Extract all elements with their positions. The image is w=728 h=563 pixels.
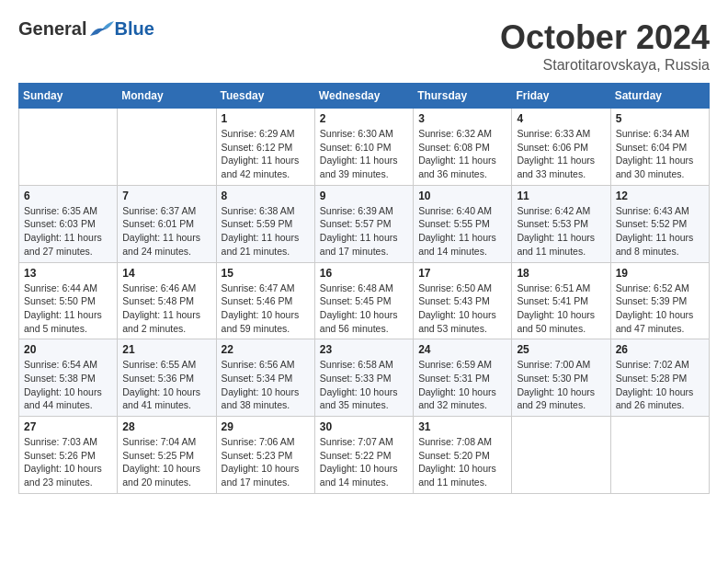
day-number: 12 [616,190,704,202]
logo: General Blue [18,18,154,40]
calendar-day-cell: 4Sunrise: 6:33 AMSunset: 6:06 PMDaylight… [512,109,610,186]
day-number: 24 [418,343,506,356]
calendar-day-header: Saturday [610,84,709,109]
day-info: Sunrise: 6:33 AMSunset: 6:06 PMDaylight:… [517,127,605,181]
day-info: Sunrise: 6:40 AMSunset: 5:55 PMDaylight:… [418,204,506,259]
calendar-day-cell: 30Sunrise: 7:07 AMSunset: 5:22 PMDayligh… [314,417,413,494]
calendar-day-cell: 12Sunrise: 6:43 AMSunset: 5:52 PMDayligh… [610,185,709,262]
calendar-day-cell [512,417,610,494]
calendar-day-cell: 21Sunrise: 6:55 AMSunset: 5:36 PMDayligh… [118,339,216,417]
day-number: 25 [517,343,605,356]
day-info: Sunrise: 6:51 AMSunset: 5:41 PMDaylight:… [517,282,605,336]
title-section: October 2024 Starotitarovskaya, Russia [500,18,710,74]
day-info: Sunrise: 6:55 AMSunset: 5:36 PMDaylight:… [122,358,210,412]
calendar-day-cell: 26Sunrise: 7:02 AMSunset: 5:28 PMDayligh… [610,339,709,417]
calendar-header-row: SundayMondayTuesdayWednesdayThursdayFrid… [19,84,710,109]
calendar-day-cell: 6Sunrise: 6:35 AMSunset: 6:03 PMDaylight… [19,185,118,262]
day-number: 26 [616,343,704,356]
calendar-day-cell: 10Sunrise: 6:40 AMSunset: 5:55 PMDayligh… [414,185,512,262]
day-info: Sunrise: 6:38 AMSunset: 5:59 PMDaylight:… [222,204,310,259]
page-header: General Blue October 2024 Starotitarovsk… [18,18,710,74]
calendar-day-cell: 1Sunrise: 6:29 AMSunset: 6:12 PMDaylight… [216,109,314,186]
calendar-day-cell [118,109,216,186]
day-number: 18 [517,267,605,280]
calendar-week-row: 27Sunrise: 7:03 AMSunset: 5:26 PMDayligh… [19,417,710,494]
day-info: Sunrise: 6:46 AMSunset: 5:48 PMDaylight:… [122,282,210,336]
calendar-day-cell: 29Sunrise: 7:06 AMSunset: 5:23 PMDayligh… [216,417,314,494]
day-number: 7 [122,190,210,202]
day-info: Sunrise: 6:54 AMSunset: 5:38 PMDaylight:… [24,358,112,412]
day-info: Sunrise: 6:50 AMSunset: 5:43 PMDaylight:… [418,282,506,336]
day-number: 2 [320,112,408,125]
day-number: 9 [320,190,408,202]
day-number: 8 [222,190,310,202]
day-info: Sunrise: 6:59 AMSunset: 5:31 PMDaylight:… [418,358,506,412]
calendar-day-cell: 3Sunrise: 6:32 AMSunset: 6:08 PMDaylight… [414,109,512,186]
day-info: Sunrise: 6:42 AMSunset: 5:53 PMDaylight:… [517,204,605,259]
day-number: 22 [222,343,310,356]
day-info: Sunrise: 6:44 AMSunset: 5:50 PMDaylight:… [24,282,112,336]
calendar-day-header: Friday [512,84,610,109]
day-number: 15 [222,267,310,280]
day-info: Sunrise: 6:29 AMSunset: 6:12 PMDaylight:… [222,127,310,181]
day-number: 11 [517,190,605,202]
day-info: Sunrise: 7:00 AMSunset: 5:30 PMDaylight:… [517,358,605,412]
day-number: 31 [418,420,506,433]
calendar-day-header: Sunday [19,84,118,109]
day-info: Sunrise: 7:06 AMSunset: 5:23 PMDaylight:… [222,435,310,489]
day-info: Sunrise: 6:39 AMSunset: 5:57 PMDaylight:… [320,204,408,259]
day-info: Sunrise: 6:58 AMSunset: 5:33 PMDaylight:… [320,358,408,412]
day-info: Sunrise: 6:43 AMSunset: 5:52 PMDaylight:… [616,204,704,259]
day-number: 5 [616,112,704,125]
calendar-week-row: 6Sunrise: 6:35 AMSunset: 6:03 PMDaylight… [19,185,710,262]
day-number: 28 [122,420,210,433]
calendar-day-cell: 27Sunrise: 7:03 AMSunset: 5:26 PMDayligh… [19,417,118,494]
location-text: Starotitarovskaya, Russia [500,57,710,74]
day-number: 20 [24,343,112,356]
logo-general-text: General [18,18,86,40]
calendar-day-cell: 28Sunrise: 7:04 AMSunset: 5:25 PMDayligh… [118,417,216,494]
day-number: 19 [616,267,704,280]
calendar-day-cell: 16Sunrise: 6:48 AMSunset: 5:45 PMDayligh… [314,262,413,339]
calendar-day-cell: 24Sunrise: 6:59 AMSunset: 5:31 PMDayligh… [414,339,512,417]
day-info: Sunrise: 6:34 AMSunset: 6:04 PMDaylight:… [616,127,704,181]
calendar-day-cell: 8Sunrise: 6:38 AMSunset: 5:59 PMDaylight… [216,185,314,262]
day-info: Sunrise: 7:07 AMSunset: 5:22 PMDaylight:… [320,435,408,489]
day-number: 16 [320,267,408,280]
calendar-day-cell: 11Sunrise: 6:42 AMSunset: 5:53 PMDayligh… [512,185,610,262]
day-number: 30 [320,420,408,433]
calendar-table: SundayMondayTuesdayWednesdayThursdayFrid… [18,83,710,494]
day-info: Sunrise: 6:56 AMSunset: 5:34 PMDaylight:… [222,358,310,412]
calendar-day-cell [19,109,118,186]
day-info: Sunrise: 6:47 AMSunset: 5:46 PMDaylight:… [222,282,310,336]
day-number: 13 [24,267,112,280]
calendar-day-header: Thursday [414,84,512,109]
day-number: 1 [222,112,310,125]
calendar-week-row: 20Sunrise: 6:54 AMSunset: 5:38 PMDayligh… [19,339,710,417]
calendar-day-header: Monday [118,84,216,109]
calendar-day-cell: 17Sunrise: 6:50 AMSunset: 5:43 PMDayligh… [414,262,512,339]
calendar-week-row: 13Sunrise: 6:44 AMSunset: 5:50 PMDayligh… [19,262,710,339]
day-number: 23 [320,343,408,356]
calendar-day-cell: 18Sunrise: 6:51 AMSunset: 5:41 PMDayligh… [512,262,610,339]
calendar-day-cell [610,417,709,494]
month-title: October 2024 [500,18,710,57]
day-info: Sunrise: 6:30 AMSunset: 6:10 PMDaylight:… [320,127,408,181]
day-number: 29 [222,420,310,433]
calendar-day-header: Tuesday [216,84,314,109]
calendar-day-cell: 14Sunrise: 6:46 AMSunset: 5:48 PMDayligh… [118,262,216,339]
calendar-day-cell: 25Sunrise: 7:00 AMSunset: 5:30 PMDayligh… [512,339,610,417]
day-number: 21 [122,343,210,356]
calendar-day-cell: 7Sunrise: 6:37 AMSunset: 6:01 PMDaylight… [118,185,216,262]
calendar-day-cell: 19Sunrise: 6:52 AMSunset: 5:39 PMDayligh… [610,262,709,339]
calendar-day-cell: 5Sunrise: 6:34 AMSunset: 6:04 PMDaylight… [610,109,709,186]
calendar-day-cell: 2Sunrise: 6:30 AMSunset: 6:10 PMDaylight… [314,109,413,186]
day-number: 10 [418,190,506,202]
day-info: Sunrise: 7:04 AMSunset: 5:25 PMDaylight:… [122,435,210,489]
day-info: Sunrise: 6:35 AMSunset: 6:03 PMDaylight:… [24,204,112,259]
day-info: Sunrise: 6:37 AMSunset: 6:01 PMDaylight:… [122,204,210,259]
calendar-week-row: 1Sunrise: 6:29 AMSunset: 6:12 PMDaylight… [19,109,710,186]
calendar-day-cell: 20Sunrise: 6:54 AMSunset: 5:38 PMDayligh… [19,339,118,417]
calendar-day-cell: 15Sunrise: 6:47 AMSunset: 5:46 PMDayligh… [216,262,314,339]
calendar-day-cell: 22Sunrise: 6:56 AMSunset: 5:34 PMDayligh… [216,339,314,417]
